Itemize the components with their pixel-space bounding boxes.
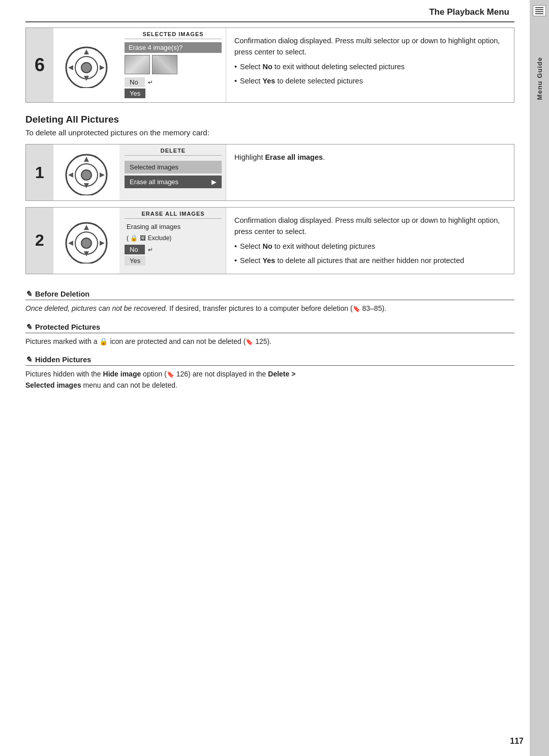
thumb-2 — [152, 55, 177, 74]
note-protected-text: Pictures marked with a 🔒 icon are protec… — [25, 336, 514, 347]
step2-menu-title: ERASE ALL IMAGES — [125, 211, 222, 219]
svg-marker-23 — [68, 241, 73, 246]
step2-enter-icon: ↵ — [148, 246, 153, 253]
step6-menu: SELECTED IMAGES Erase 4 image(s)? No ↵ Y… — [119, 28, 226, 102]
step6-no-option: No — [125, 77, 145, 87]
step2-container: 2 ERASE ALL IMAGES Erasing all images ( … — [25, 207, 514, 274]
svg-marker-21 — [84, 225, 89, 230]
step2-erasing-text: Erasing all images — [125, 223, 222, 230]
step1-number: 1 — [26, 144, 53, 200]
thumb-1 — [125, 55, 150, 74]
svg-marker-10 — [100, 65, 105, 70]
step2-bullet-2: Select Yes to delete all pictures that a… — [234, 255, 506, 266]
step6-yes-row: Yes — [125, 89, 222, 98]
svg-marker-14 — [84, 157, 89, 162]
svg-rect-3 — [535, 13, 543, 14]
step6-bullet-1: Select No to exit without deleting selec… — [234, 61, 506, 72]
step1-menu-title: DELETE — [125, 148, 222, 156]
note-hidden-heading: ✎ Hidden Pictures — [25, 355, 514, 366]
note-hidden: ✎ Hidden Pictures Pictures hidden with t… — [25, 355, 514, 391]
step6-camera — [53, 28, 119, 102]
svg-point-13 — [81, 170, 92, 180]
step2-description: Confirmation dialog displayed. Press mul… — [226, 208, 514, 274]
step6-yes-option: Yes — [125, 89, 145, 98]
arrow-right: ▶ — [211, 178, 217, 186]
svg-rect-0 — [535, 7, 543, 8]
svg-point-20 — [81, 238, 92, 248]
camera-diagram-6 — [61, 42, 112, 88]
svg-marker-7 — [84, 49, 89, 54]
step2-menu: ERASE ALL IMAGES Erasing all images ( 🔒 … — [119, 208, 226, 274]
svg-marker-9 — [68, 65, 73, 70]
step1-menu: DELETE Selected images Erase all images … — [119, 144, 226, 200]
step2-bullet-1: Select No to exit without deleting pictu… — [234, 241, 506, 252]
main-content: The Playback Menu 6 SELECTED IMAGES — [0, 0, 530, 756]
sidebar-label: Menu Guide — [536, 57, 543, 100]
step6-bullet-2: Select Yes to delete selected pictures — [234, 75, 506, 86]
step6-number: 6 — [26, 28, 53, 102]
step6-no-row: No ↵ — [125, 77, 222, 87]
step2-camera — [53, 208, 119, 274]
note-icon-3: ✎ — [25, 355, 32, 364]
note-before-text: Once deleted, pictures can not be recove… — [25, 303, 514, 314]
svg-marker-24 — [100, 241, 105, 246]
step2-options: No ↵ Yes — [125, 245, 222, 266]
page-header: The Playback Menu — [25, 0, 514, 22]
step2-no-option: No — [125, 245, 145, 254]
section-heading: Deleting All Pictures — [25, 114, 514, 125]
page-title: The Playback Menu — [429, 7, 509, 17]
step6-menu-options: No ↵ Yes — [125, 77, 222, 98]
camera-diagram-1 — [61, 150, 112, 195]
step6-menu-erase-text: Erase 4 image(s)? — [125, 42, 222, 53]
step2-number: 2 — [26, 208, 53, 274]
exclude-label: Exclude) — [148, 235, 172, 242]
svg-marker-17 — [100, 172, 105, 178]
note-icon-1: ✎ — [25, 289, 32, 299]
menu-icon — [533, 5, 546, 16]
step6-thumbnails — [125, 55, 222, 74]
svg-point-6 — [81, 63, 92, 73]
section-subtext: To delete all unprotected pictures on th… — [25, 128, 514, 137]
step1-item-erase: Erase all images ▶ — [125, 176, 222, 188]
camera-diagram-2 — [61, 218, 112, 264]
step1-description: Highlight Erase all images. — [226, 144, 514, 200]
note-protected: ✎ Protected Pictures Pictures marked wit… — [25, 323, 514, 347]
step1-camera — [53, 144, 119, 200]
note-before-deletion: ✎ Before Deletion Once deleted, pictures… — [25, 289, 514, 314]
step6-description: Confirmation dialog displayed. Press mul… — [226, 28, 514, 102]
note-protected-heading: ✎ Protected Pictures — [25, 323, 514, 333]
note-icon-2: ✎ — [25, 323, 32, 332]
step6-desc-text: Confirmation dialog displayed. Press mul… — [234, 37, 500, 56]
note-hidden-text: Pictures hidden with the Hide image opti… — [25, 369, 514, 391]
lock-sym: ( 🔒 🖼 — [127, 235, 146, 242]
step6-container: 6 SELECTED IMAGES Erase 4 image(s)? — [25, 27, 514, 103]
svg-marker-16 — [68, 172, 73, 178]
sidebar-tab: Menu Guide — [530, 0, 549, 756]
note-before-heading: ✎ Before Deletion — [25, 289, 514, 300]
step1-container: 1 DELETE Selected images Erase all image… — [25, 144, 514, 201]
svg-rect-1 — [535, 9, 543, 10]
step2-yes-option: Yes — [125, 256, 145, 266]
svg-rect-2 — [535, 11, 543, 12]
enter-icon: ↵ — [148, 79, 153, 86]
page-number: 117 — [510, 737, 524, 746]
step1-item-selected: Selected images — [125, 161, 222, 173]
step2-exclude-row: ( 🔒 🖼 Exclude) — [125, 235, 222, 242]
step6-menu-title: SELECTED IMAGES — [125, 31, 222, 39]
step2-desc-text: Confirmation dialog displayed. Press mul… — [234, 216, 500, 236]
step2-no-row: No ↵ — [125, 245, 222, 254]
notes-section: ✎ Before Deletion Once deleted, pictures… — [25, 289, 514, 391]
step1-desc-pre: Highlight Erase all images. — [234, 153, 325, 161]
step2-yes-row: Yes — [125, 256, 222, 266]
